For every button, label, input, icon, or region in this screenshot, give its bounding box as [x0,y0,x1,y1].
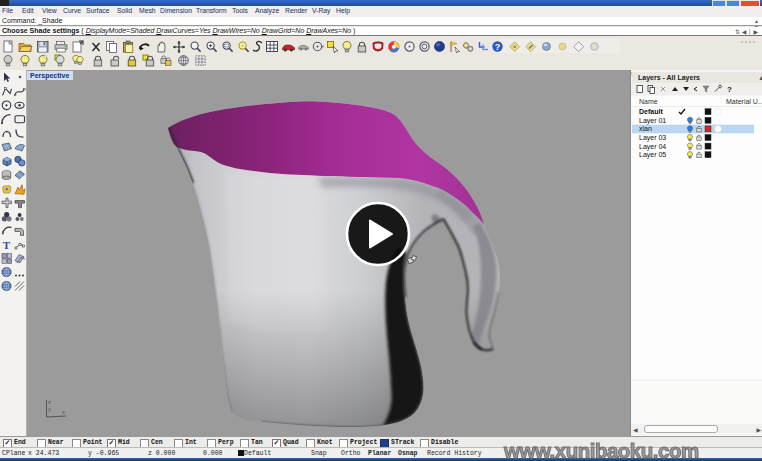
svg-text:Layer 05: Layer 05 [639,151,666,159]
svg-text:y: y [48,406,51,412]
svg-text:Name: Name [639,98,658,105]
svg-text:xian: xian [639,125,652,132]
svg-text:Layer 04: Layer 04 [639,143,666,151]
svg-text:Layer 01: Layer 01 [639,117,666,125]
svg-text:z: z [48,399,51,405]
svg-text:Default: Default [639,108,663,115]
svg-text:?: ? [495,42,501,52]
svg-text:?: ? [727,85,732,94]
svg-text:x: x [62,409,65,415]
svg-text:Layer 03: Layer 03 [639,134,666,142]
svg-text:T: T [3,239,11,251]
svg-text:Material U...: Material U... [726,98,762,105]
